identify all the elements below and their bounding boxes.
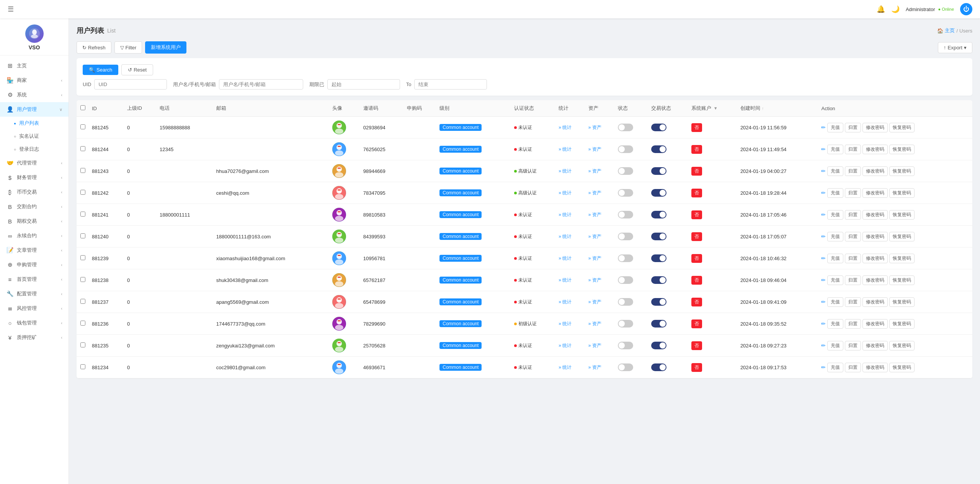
row-checkbox[interactable] [80, 146, 85, 151]
change-pwd-button[interactable]: 修改密码 [862, 188, 888, 198]
edit-icon[interactable]: ✏ [821, 146, 826, 152]
sidebar-item-finance[interactable]: $ 财务管理 ‹ [0, 170, 69, 185]
status-toggle[interactable] [618, 145, 633, 153]
edit-icon[interactable]: ✏ [821, 190, 826, 196]
status-toggle[interactable] [618, 167, 633, 175]
status-toggle[interactable] [618, 233, 633, 240]
sys-account-button[interactable]: 否 [691, 298, 702, 306]
sidebar-item-agent[interactable]: 🤝 代理管理 ‹ [0, 156, 69, 170]
trade-toggle[interactable] [651, 320, 666, 328]
status-toggle[interactable] [618, 363, 633, 371]
bell-icon[interactable]: 🔔 [877, 5, 885, 13]
sidebar-item-home[interactable]: ⊞ 主页 [0, 59, 69, 73]
reset-pwd-button[interactable]: 恢复密码 [889, 123, 915, 132]
trade-toggle[interactable] [651, 276, 666, 284]
sys-account-button[interactable]: 否 [691, 276, 702, 285]
stats-link[interactable]: » 统计 [559, 343, 572, 348]
stats-link[interactable]: » 统计 [559, 234, 572, 239]
assets-link[interactable]: » 资产 [588, 321, 601, 326]
freeze-button[interactable]: 归置 [845, 145, 861, 154]
change-pwd-button[interactable]: 修改密码 [862, 166, 888, 176]
freeze-button[interactable]: 归置 [845, 188, 861, 198]
sidebar-item-apply[interactable]: ⊕ 申购管理 ‹ [0, 257, 69, 272]
row-checkbox[interactable] [80, 321, 85, 326]
freeze-button[interactable]: 归置 [845, 341, 861, 350]
status-toggle[interactable] [618, 189, 633, 197]
status-toggle[interactable] [618, 320, 633, 328]
change-pwd-button[interactable]: 修改密码 [862, 363, 888, 372]
stats-link[interactable]: » 统计 [559, 299, 572, 305]
sidebar-item-article[interactable]: 📝 文章管理 ‹ [0, 243, 69, 257]
trade-toggle[interactable] [651, 363, 666, 371]
stats-link[interactable]: » 统计 [559, 190, 572, 196]
sidebar-item-system[interactable]: ⚙ 系统 ‹ [0, 88, 69, 102]
reset-pwd-button[interactable]: 恢复密码 [889, 188, 915, 198]
sidebar-item-merchant[interactable]: 🏪 商家 ‹ [0, 73, 69, 88]
trade-toggle[interactable] [651, 233, 666, 240]
moon-icon[interactable]: 🌙 [891, 5, 900, 13]
reset-pwd-button[interactable]: 恢复密码 [889, 166, 915, 176]
assets-link[interactable]: » 资产 [588, 125, 601, 130]
sidebar-item-mining[interactable]: ¥ 质押挖矿 ‹ [0, 330, 69, 345]
recharge-button[interactable]: 充值 [827, 341, 843, 350]
freeze-button[interactable]: 归置 [845, 319, 861, 329]
sys-account-button[interactable]: 否 [691, 341, 702, 350]
sys-account-button[interactable]: 否 [691, 123, 702, 132]
freeze-button[interactable]: 归置 [845, 363, 861, 372]
edit-icon[interactable]: ✏ [821, 212, 826, 218]
trade-toggle[interactable] [651, 254, 666, 262]
recharge-button[interactable]: 充值 [827, 123, 843, 132]
assets-link[interactable]: » 资产 [588, 212, 601, 217]
freeze-button[interactable]: 归置 [845, 123, 861, 132]
edit-icon[interactable]: ✏ [821, 299, 826, 305]
username-input[interactable] [219, 79, 303, 90]
breadcrumb-home-link[interactable]: 主页 [945, 27, 955, 34]
sys-account-button[interactable]: 否 [691, 363, 702, 372]
sidebar-item-login-log[interactable]: 登录日志 [0, 143, 69, 156]
status-toggle[interactable] [618, 124, 633, 131]
recharge-button[interactable]: 充值 [827, 363, 843, 372]
power-button[interactable]: ⏻ [960, 3, 972, 15]
freeze-button[interactable]: 归置 [845, 275, 861, 285]
recharge-button[interactable]: 充值 [827, 145, 843, 154]
status-toggle[interactable] [618, 298, 633, 306]
recharge-button[interactable]: 充值 [827, 166, 843, 176]
trade-toggle[interactable] [651, 342, 666, 349]
recharge-button[interactable]: 充值 [827, 188, 843, 198]
filter-button[interactable]: ▽ Filter [114, 41, 142, 54]
sidebar-item-config[interactable]: 🔧 配置管理 ‹ [0, 287, 69, 301]
reset-button[interactable]: ↺ Reset [121, 64, 153, 75]
row-checkbox[interactable] [80, 168, 85, 173]
freeze-button[interactable]: 归置 [845, 166, 861, 176]
sys-account-button[interactable]: 否 [691, 254, 702, 263]
stats-link[interactable]: » 统计 [559, 212, 572, 217]
change-pwd-button[interactable]: 修改密码 [862, 145, 888, 154]
stats-link[interactable]: » 统计 [559, 256, 572, 261]
sys-account-button[interactable]: 否 [691, 167, 702, 176]
freeze-button[interactable]: 归置 [845, 297, 861, 307]
sidebar-item-perpetual[interactable]: ∞ 永续合约 ‹ [0, 228, 69, 243]
reset-pwd-button[interactable]: 恢复密码 [889, 145, 915, 154]
trade-toggle[interactable] [651, 211, 666, 218]
assets-link[interactable]: » 资产 [588, 168, 601, 174]
change-pwd-button[interactable]: 修改密码 [862, 297, 888, 307]
freeze-button[interactable]: 归置 [845, 254, 861, 263]
status-toggle[interactable] [618, 276, 633, 284]
search-button[interactable]: 🔍 Search [83, 65, 118, 75]
refresh-button[interactable]: ↻ Refresh [77, 41, 111, 54]
change-pwd-button[interactable]: 修改密码 [862, 275, 888, 285]
created-at-sort-icon[interactable]: ↑ [762, 106, 764, 111]
row-checkbox[interactable] [80, 364, 85, 369]
assets-link[interactable]: » 资产 [588, 365, 601, 370]
recharge-button[interactable]: 充值 [827, 232, 843, 241]
date-to-input[interactable] [414, 79, 487, 90]
edit-icon[interactable]: ✏ [821, 277, 826, 283]
stats-link[interactable]: » 统计 [559, 168, 572, 174]
sidebar-item-homepage[interactable]: ≡ 首页管理 ‹ [0, 272, 69, 287]
freeze-button[interactable]: 归置 [845, 210, 861, 220]
system-account-filter-icon[interactable]: ▾ [714, 105, 717, 111]
hamburger-icon[interactable]: ☰ [8, 5, 14, 13]
edit-icon[interactable]: ✏ [821, 255, 826, 261]
reset-pwd-button[interactable]: 恢复密码 [889, 341, 915, 350]
row-checkbox[interactable] [80, 277, 85, 282]
